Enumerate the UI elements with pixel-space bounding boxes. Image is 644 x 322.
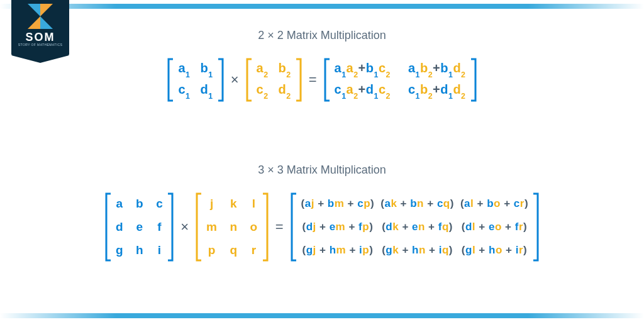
entry-c: c	[156, 197, 163, 211]
result-r2c1: (dj + em + fp)	[302, 221, 373, 233]
right-bracket-icon	[532, 192, 540, 262]
section-title-2x2: 2 × 2 Matrix Multiplication	[0, 29, 644, 42]
result-r3c1: (gj + hm + ip)	[302, 244, 373, 257]
entry-g: g	[116, 243, 123, 257]
entry-m: m	[206, 220, 217, 234]
right-bracket-icon	[295, 58, 303, 102]
entry-f: f	[157, 220, 162, 234]
entry-d1: d1	[201, 82, 213, 99]
matrix-result-3x3: (aj + bm + cp)(ak + bn + cq)(al + bo + c…	[290, 192, 540, 262]
result-r2c3: (dl + eo + fr)	[462, 221, 527, 233]
entry-a1: a1	[178, 61, 190, 77]
result-r1c3: (al + bo + cr)	[460, 197, 528, 210]
multiply-operator: ×	[180, 219, 189, 235]
result-r1c1: a1a2+b1c2	[335, 61, 391, 77]
entry-n: n	[230, 220, 237, 234]
result-r1c1: (aj + bm + cp)	[301, 197, 375, 210]
result-r2c2: (dk + en + fq)	[382, 221, 453, 233]
logo-subtitle: STORY OF MATHEMATICS	[18, 43, 62, 47]
section-title-3x3: 3 × 3 Matrix Multiplication	[0, 164, 644, 177]
left-bracket-icon	[245, 58, 253, 102]
entry-d2: d2	[279, 82, 291, 99]
matrix-b-3x3: j k l m n o p q r	[195, 192, 269, 262]
top-accent-bar	[0, 4, 644, 9]
left-bracket-icon	[104, 192, 112, 262]
result-r1c2: (ak + bn + cq)	[380, 197, 454, 210]
result-r2c1: c1a2+d1c2	[335, 82, 391, 99]
entry-q: q	[230, 243, 237, 257]
result-r2c2: c1b2+d1d2	[408, 82, 466, 99]
entry-o: o	[250, 220, 258, 234]
result-r3c3: (gl + ho + ir)	[462, 244, 527, 257]
entry-e: e	[136, 220, 143, 234]
right-bracket-icon	[470, 58, 477, 102]
right-bracket-icon	[262, 192, 269, 262]
entry-k: k	[230, 197, 237, 211]
result-r3c2: (gk + hn + iq)	[382, 244, 453, 257]
entry-a2: a2	[257, 61, 269, 77]
logo-mark-icon	[28, 4, 53, 29]
matrix-a-3x3: a b c d e f g h i	[104, 192, 174, 262]
matrix-b-2x2: a2 b2 c2 d2	[245, 58, 303, 102]
entry-b: b	[136, 197, 143, 211]
entry-b1: b1	[201, 61, 213, 77]
left-bracket-icon	[167, 58, 174, 102]
left-bracket-icon	[195, 192, 203, 262]
equation-2x2: a1 b1 c1 d1 × a2 b2 c2 d2 = a1a2+b1c2 a1…	[0, 58, 644, 102]
equals-operator: =	[309, 72, 317, 88]
entry-i: i	[158, 243, 162, 257]
left-bracket-icon	[290, 192, 297, 262]
entry-c2: c2	[257, 82, 269, 99]
equation-3x3: a b c d e f g h i × j k l m n o p q r =	[0, 192, 644, 262]
entry-j: j	[210, 197, 214, 211]
entry-d: d	[116, 220, 123, 234]
matrix-result-2x2: a1a2+b1c2 a1b2+b1d2 c1a2+d1c2 c1b2+d1d2	[323, 58, 477, 102]
entry-l: l	[252, 197, 256, 211]
result-r1c2: a1b2+b1d2	[408, 61, 466, 77]
entry-b2: b2	[279, 61, 291, 77]
multiply-operator: ×	[231, 72, 239, 88]
left-bracket-icon	[323, 58, 331, 102]
entry-c1: c1	[178, 82, 190, 99]
equals-operator: =	[275, 219, 284, 235]
right-bracket-icon	[217, 58, 225, 102]
bottom-accent-bar	[0, 313, 644, 318]
entry-p: p	[208, 243, 216, 257]
matrix-a-2x2: a1 b1 c1 d1	[167, 58, 224, 102]
entry-r: r	[252, 243, 257, 257]
entry-a: a	[116, 197, 123, 211]
entry-h: h	[136, 243, 143, 257]
right-bracket-icon	[167, 192, 174, 262]
